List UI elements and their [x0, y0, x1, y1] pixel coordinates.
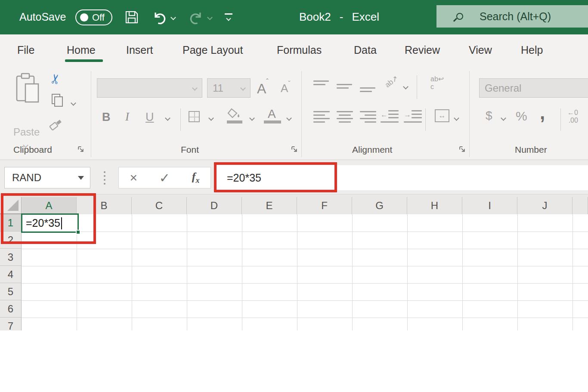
- gridline-horizontal: [22, 318, 588, 318]
- formula-bar-drag-dots-icon[interactable]: [104, 171, 105, 173]
- autosave-label: AutoSave: [19, 11, 66, 23]
- wrap-text-icon[interactable]: ab↩c: [430, 75, 444, 91]
- cancel-entry-icon[interactable]: ×: [130, 170, 137, 185]
- ribbon-tab-row: FileHomeInsertPage LayoutFormulasDataRev…: [0, 34, 588, 67]
- column-header-e[interactable]: E: [242, 197, 297, 214]
- align-middle-icon[interactable]: [337, 83, 352, 90]
- column-header-h[interactable]: H: [407, 197, 462, 214]
- fill-color-icon[interactable]: [227, 108, 242, 119]
- underline-button[interactable]: U: [145, 111, 154, 124]
- italic-button[interactable]: I: [125, 110, 129, 123]
- autosave-toggle-knob: [80, 13, 88, 22]
- gridline-horizontal: [22, 231, 588, 232]
- row-header-6[interactable]: 6: [0, 300, 22, 318]
- tab-insert[interactable]: Insert: [126, 44, 153, 56]
- save-icon[interactable]: [124, 10, 139, 25]
- tab-view[interactable]: View: [469, 44, 492, 56]
- name-box[interactable]: RAND: [4, 167, 90, 188]
- align-bottom-icon[interactable]: [360, 86, 375, 93]
- font-color-bar: [264, 120, 281, 123]
- tab-help[interactable]: Help: [521, 44, 543, 56]
- gridline-horizontal: [22, 300, 588, 301]
- percent-style-icon[interactable]: %: [516, 109, 527, 123]
- font-size-value: 11: [207, 82, 241, 94]
- number-group-label: Number: [515, 145, 547, 155]
- row-header-4[interactable]: 4: [0, 266, 22, 283]
- increase-font-size-icon[interactable]: Aˆ: [257, 78, 269, 97]
- tab-file[interactable]: File: [17, 44, 34, 56]
- accounting-dropdown-chevron-icon[interactable]: [501, 115, 506, 121]
- font-name-chevron-icon: [192, 85, 198, 91]
- gridline-horizontal: [22, 249, 588, 249]
- redo-dropdown-chevron-icon: [207, 15, 213, 20]
- borders-dropdown-chevron-icon[interactable]: [208, 115, 214, 121]
- search-box[interactable]: Search (Alt+Q): [436, 5, 588, 28]
- alignment-dialog-launcher-icon[interactable]: [459, 146, 466, 153]
- insert-function-icon[interactable]: fx: [192, 170, 200, 185]
- undo-dropdown-chevron-icon[interactable]: [170, 15, 176, 20]
- comma-style-icon[interactable]: ,: [540, 102, 545, 123]
- increase-decimal-icon[interactable]: ←0.00: [567, 109, 578, 124]
- decrease-font-size-icon[interactable]: Aˇ: [281, 80, 291, 95]
- title-bar: AutoSave Off Book2 - Excel Search (Alt+Q…: [0, 0, 588, 34]
- font-color-icon[interactable]: A: [268, 107, 276, 121]
- redo-icon: [189, 9, 205, 26]
- copy-dropdown-chevron-icon[interactable]: [71, 100, 76, 106]
- clipboard-dialog-launcher-icon[interactable]: [77, 146, 84, 153]
- accounting-format-icon[interactable]: $: [486, 109, 492, 123]
- orientation-dropdown-chevron-icon[interactable]: [403, 84, 409, 90]
- paste-icon[interactable]: [15, 72, 40, 105]
- tab-page-layout[interactable]: Page Layout: [183, 44, 243, 56]
- cut-icon[interactable]: ✂: [47, 72, 64, 86]
- search-icon: [456, 13, 463, 20]
- column-header-g[interactable]: G: [352, 197, 407, 214]
- align-center-icon[interactable]: [337, 110, 353, 124]
- fill-color-dropdown-chevron-icon[interactable]: [249, 115, 255, 121]
- column-header-i[interactable]: I: [462, 197, 517, 214]
- ribbon: Paste ✂ Clipboard 11 Aˆ Aˇ B I U: [0, 67, 588, 160]
- font-name-combobox[interactable]: [97, 78, 202, 98]
- gridline-horizontal: [22, 266, 588, 266]
- tab-formulas[interactable]: Formulas: [277, 44, 322, 56]
- autosave-toggle[interactable]: Off: [75, 9, 112, 25]
- column-header-f[interactable]: F: [297, 197, 352, 214]
- font-size-chevron-icon: [240, 85, 246, 91]
- undo-icon[interactable]: [151, 9, 167, 26]
- number-format-combobox[interactable]: General: [479, 78, 588, 98]
- borders-icon[interactable]: [189, 111, 200, 122]
- format-painter-icon[interactable]: [47, 117, 65, 132]
- document-name: Book2: [299, 10, 331, 24]
- name-box-value: RAND: [5, 172, 78, 184]
- font-dialog-launcher-icon[interactable]: [291, 146, 298, 153]
- app-name: Excel: [352, 10, 379, 24]
- align-top-icon[interactable]: [313, 79, 329, 86]
- window-title: Book2 - Excel: [299, 10, 379, 24]
- font-size-combobox[interactable]: 11: [207, 78, 251, 98]
- font-group-label: Font: [181, 145, 199, 155]
- font-color-dropdown-chevron-icon[interactable]: [286, 115, 292, 121]
- merge-center-icon[interactable]: ↔: [435, 109, 449, 122]
- name-box-dropdown-icon[interactable]: [78, 176, 84, 180]
- row-header-3[interactable]: 3: [0, 249, 22, 266]
- tab-home[interactable]: Home: [67, 44, 96, 56]
- paste-button-label[interactable]: Paste: [13, 126, 40, 138]
- row-header-5[interactable]: 5: [0, 283, 22, 300]
- row-header-7[interactable]: 7: [0, 318, 22, 330]
- tab-data[interactable]: Data: [354, 44, 377, 56]
- align-left-icon[interactable]: [313, 110, 330, 124]
- enter-entry-icon[interactable]: ✓: [159, 170, 170, 185]
- tab-review[interactable]: Review: [405, 44, 440, 56]
- bold-button[interactable]: B: [102, 111, 111, 124]
- merge-center-dropdown-chevron-icon[interactable]: [454, 115, 459, 121]
- alignment-group-label: Alignment: [352, 145, 392, 155]
- search-placeholder: Search (Alt+Q): [480, 10, 551, 23]
- copy-icon[interactable]: [52, 94, 62, 106]
- column-header-j[interactable]: J: [517, 197, 573, 214]
- underline-dropdown-chevron-icon[interactable]: [165, 115, 170, 121]
- orientation-icon[interactable]: ab↗: [383, 74, 400, 90]
- column-header-c[interactable]: C: [132, 197, 187, 214]
- align-right-icon[interactable]: [360, 110, 376, 124]
- customize-quick-access-toolbar-icon[interactable]: [225, 13, 232, 20]
- column-header-partial[interactable]: [573, 197, 588, 214]
- column-header-d[interactable]: D: [187, 197, 242, 214]
